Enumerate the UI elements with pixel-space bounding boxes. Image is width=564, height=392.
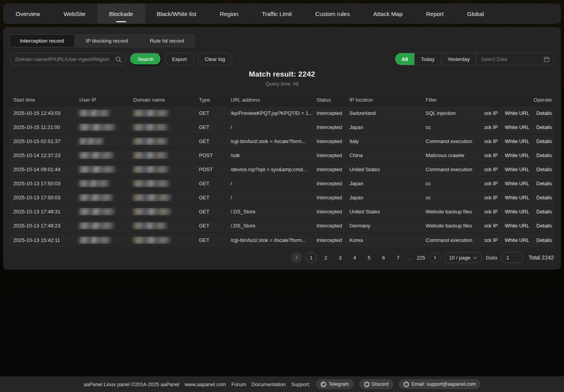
block-ip-link[interactable]: Block IP bbox=[484, 181, 498, 186]
prev-page-button[interactable] bbox=[291, 252, 302, 263]
page-button-1[interactable]: 1 bbox=[306, 252, 317, 263]
filter-today-button[interactable]: Today bbox=[414, 53, 441, 65]
nav-tab-black-white-list[interactable]: Black/White list bbox=[145, 4, 208, 24]
subtab-rule-hit-record[interactable]: Rule hit record bbox=[139, 34, 195, 47]
cell-start-time: 2025-10-15 02:51:37 bbox=[9, 138, 75, 144]
nav-tab-attack-map[interactable]: Attack Map bbox=[362, 4, 414, 24]
white-url-link[interactable]: White URL bbox=[505, 152, 529, 158]
details-link[interactable]: Details bbox=[536, 124, 552, 130]
cell-start-time: 2025-10-13 17:50:03 bbox=[9, 195, 75, 200]
subtab-interception-record[interactable]: Interception record bbox=[9, 34, 75, 47]
block-ip-link[interactable]: Block IP bbox=[484, 166, 498, 172]
cell-user-ip bbox=[75, 138, 129, 145]
block-ip-link[interactable]: Block IP bbox=[484, 152, 498, 158]
discord-button[interactable]: Discord bbox=[359, 379, 393, 389]
top-nav: OverviewWebSiteBlockadeBlack/White listR… bbox=[3, 4, 561, 24]
cell-url: /.DS_Store bbox=[227, 209, 313, 215]
details-link[interactable]: Details bbox=[536, 166, 552, 172]
cell-operate: Block IP White URL Details bbox=[484, 181, 555, 186]
blockade-panel: Interception recordIP blocking recordRul… bbox=[3, 27, 561, 270]
nav-tab-overview[interactable]: Overview bbox=[4, 4, 52, 24]
telegram-button[interactable]: Telegram bbox=[316, 379, 353, 389]
white-url-link[interactable]: White URL bbox=[505, 138, 529, 144]
table-row: 2025-10-13 17:49:23 GET /.DS_Store Inter… bbox=[9, 219, 555, 233]
details-link[interactable]: Details bbox=[536, 138, 552, 144]
cell-filter: SQL injection bbox=[422, 110, 484, 116]
details-link[interactable]: Details bbox=[536, 110, 552, 116]
date-picker[interactable]: Select Date bbox=[476, 53, 554, 65]
nav-tab-label: Traffic Limit bbox=[262, 11, 292, 17]
white-url-link[interactable]: White URL bbox=[505, 181, 529, 186]
table-row: 2025-10-13 15:42:11 GET /cgi-bin/luci/;s… bbox=[9, 233, 555, 247]
block-ip-link[interactable]: Block IP bbox=[484, 209, 498, 215]
nav-tab-region[interactable]: Region bbox=[208, 4, 250, 24]
cell-ip-location: United States bbox=[346, 209, 422, 215]
email-button[interactable]: Email: support@aapanel.com bbox=[399, 379, 480, 389]
white-url-link[interactable]: White URL bbox=[505, 223, 529, 229]
clear-log-button[interactable]: Clear log bbox=[197, 53, 233, 65]
cell-user-ip bbox=[75, 166, 129, 173]
white-url-link[interactable]: White URL bbox=[505, 209, 529, 215]
result-summary: Match result: 2242 Query time: All bbox=[9, 70, 555, 87]
page-size-select[interactable]: 10 / page bbox=[444, 252, 482, 263]
nav-tab-report[interactable]: Report bbox=[414, 4, 455, 24]
more-pages-button[interactable]: ... bbox=[407, 255, 412, 261]
details-link[interactable]: Details bbox=[536, 181, 552, 186]
white-url-link[interactable]: White URL bbox=[505, 237, 529, 243]
cell-type: GET bbox=[195, 237, 227, 243]
search-button[interactable]: Search bbox=[130, 53, 161, 65]
page-button-2[interactable]: 2 bbox=[320, 252, 331, 263]
block-ip-link[interactable]: Block IP bbox=[484, 223, 498, 229]
white-url-link[interactable]: White URL bbox=[505, 195, 529, 200]
goto-page-input[interactable] bbox=[501, 252, 523, 263]
cell-domain-name bbox=[129, 208, 195, 215]
details-link[interactable]: Details bbox=[536, 209, 552, 215]
search-input[interactable] bbox=[10, 53, 126, 65]
search-icon[interactable] bbox=[115, 55, 122, 63]
page-button-7[interactable]: 7 bbox=[392, 252, 403, 263]
footer-docs-link[interactable]: Documentation bbox=[251, 381, 285, 387]
redacted-domain-name bbox=[133, 222, 167, 229]
footer-site-link[interactable]: www.aapanel.com bbox=[184, 381, 226, 387]
filter-yesterday-button[interactable]: Yesterday bbox=[441, 53, 476, 65]
white-url-link[interactable]: White URL bbox=[505, 124, 529, 130]
footer-forum-link[interactable]: Forum bbox=[231, 381, 246, 387]
nav-tab-custom-rules[interactable]: Custom rules bbox=[304, 4, 362, 24]
goto-label: Goto bbox=[486, 255, 497, 261]
white-url-link[interactable]: White URL bbox=[505, 110, 529, 116]
subtab-ip-blocking-record[interactable]: IP blocking record bbox=[75, 34, 139, 47]
table-header: Start time User IP Domain name Type URL … bbox=[9, 93, 555, 106]
cell-url: / bbox=[227, 195, 313, 200]
nav-tab-global[interactable]: Global bbox=[455, 4, 496, 24]
details-link[interactable]: Details bbox=[536, 152, 552, 158]
calendar-icon[interactable] bbox=[544, 56, 550, 62]
page-button-5[interactable]: 5 bbox=[363, 252, 374, 263]
cell-status: Intercepted bbox=[313, 195, 346, 200]
export-button[interactable]: Export bbox=[165, 53, 194, 65]
nav-tab-blockade[interactable]: Blockade bbox=[97, 4, 145, 24]
block-ip-link[interactable]: Block IP bbox=[484, 237, 498, 243]
details-link[interactable]: Details bbox=[536, 195, 552, 200]
block-ip-link[interactable]: Block IP bbox=[484, 110, 498, 116]
cell-start-time: 2025-10-13 15:42:11 bbox=[9, 237, 75, 243]
last-page-button[interactable]: 225 bbox=[416, 252, 426, 263]
table-body: 2025-10-15 12:43:03 GET /kp/PreviewKPQT.… bbox=[9, 106, 555, 247]
details-link[interactable]: Details bbox=[536, 237, 552, 243]
block-ip-link[interactable]: Block IP bbox=[484, 195, 498, 200]
filter-all-button[interactable]: All bbox=[395, 53, 414, 65]
nav-tab-traffic-limit[interactable]: Traffic Limit bbox=[250, 4, 304, 24]
details-link[interactable]: Details bbox=[536, 223, 552, 229]
block-ip-link[interactable]: Block IP bbox=[484, 124, 498, 130]
cell-operate: Block IP White URL Details bbox=[484, 166, 555, 172]
page-button-4[interactable]: 4 bbox=[349, 252, 360, 263]
page-button-3[interactable]: 3 bbox=[335, 252, 346, 263]
next-page-button[interactable] bbox=[430, 252, 440, 263]
block-ip-link[interactable]: Block IP bbox=[484, 138, 498, 144]
cell-domain-name bbox=[129, 180, 195, 187]
cell-status: Intercepted bbox=[313, 237, 346, 243]
nav-tab-website[interactable]: WebSite bbox=[52, 4, 97, 24]
cell-domain-name bbox=[129, 152, 195, 159]
cell-domain-name bbox=[129, 194, 195, 201]
white-url-link[interactable]: White URL bbox=[505, 166, 529, 172]
page-button-6[interactable]: 6 bbox=[378, 252, 389, 263]
